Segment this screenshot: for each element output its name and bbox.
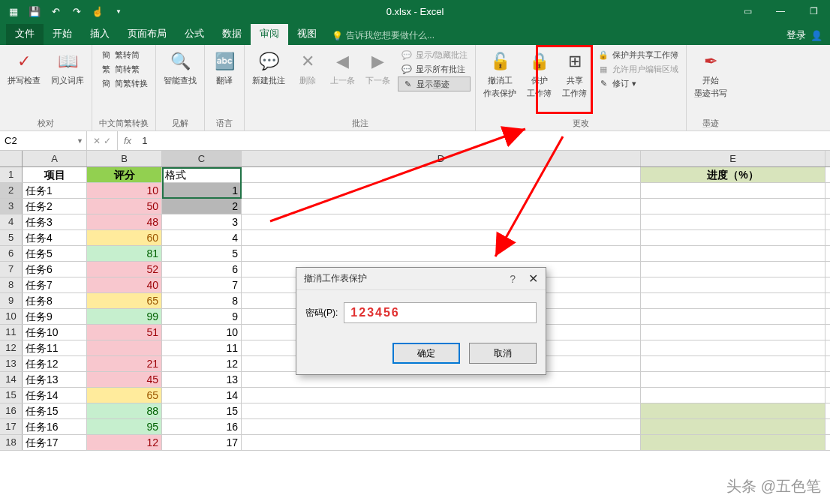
row-header[interactable]: 15 [0, 388, 23, 403]
track-changes-button[interactable]: ✎修订 ▾ [594, 76, 681, 90]
new-comment-button[interactable]: 💬新建批注 [249, 48, 288, 88]
close-icon[interactable]: ✕ [528, 272, 538, 286]
show-all-comments-button[interactable]: 💬显示所有批注 [398, 62, 471, 76]
cell[interactable]: 任务15 [23, 404, 87, 418]
cell[interactable]: 11 [162, 340, 242, 356]
cell[interactable]: 任务5 [23, 246, 87, 261]
cell[interactable] [641, 214, 825, 230]
cell[interactable]: 任务11 [23, 340, 87, 356]
col-header-A[interactable]: A [23, 151, 87, 166]
password-input[interactable]: 123456 [344, 302, 537, 323]
row-header[interactable]: 9 [0, 293, 23, 308]
row-header[interactable]: 14 [0, 372, 23, 387]
help-icon[interactable]: ? [510, 273, 516, 285]
minimize-icon[interactable]: — [764, 0, 797, 22]
cell[interactable]: 9 [162, 309, 242, 324]
cell[interactable]: 14 [162, 388, 242, 403]
cell[interactable]: 任务3 [23, 214, 87, 230]
cell[interactable] [242, 214, 641, 230]
cell[interactable]: 12 [87, 435, 162, 450]
row-header[interactable]: 6 [0, 246, 23, 261]
row-header[interactable]: 17 [0, 419, 23, 434]
cell[interactable]: 任务4 [23, 230, 87, 245]
cell[interactable] [641, 435, 825, 450]
menu-pagelayout[interactable]: 页面布局 [119, 24, 176, 45]
simp-to-trad-button[interactable]: 繁简转繁 [97, 62, 151, 76]
cell[interactable] [641, 293, 825, 308]
customize-qat-icon[interactable]: ▼ [113, 5, 125, 17]
delete-comment-button[interactable]: ✕删除 [293, 48, 323, 88]
menu-view[interactable]: 视图 [288, 24, 326, 45]
row-header[interactable]: 1 [0, 167, 23, 182]
cell[interactable] [87, 340, 162, 356]
col-header-C[interactable]: C [162, 151, 242, 166]
dialog-titlebar[interactable]: 撤消工作表保护 ? ✕ [296, 268, 546, 290]
menu-formulas[interactable]: 公式 [176, 24, 213, 45]
cell[interactable]: 8 [162, 293, 242, 308]
cell[interactable]: 15 [162, 404, 242, 418]
cell[interactable] [641, 230, 825, 245]
cell[interactable] [242, 167, 641, 182]
cell[interactable]: 65 [87, 293, 162, 308]
redo-icon[interactable]: ↷ [71, 5, 83, 17]
row-header[interactable]: 5 [0, 230, 23, 245]
start-ink-button[interactable]: ✒开始墨迹书写 [691, 48, 730, 100]
cell[interactable]: 10 [162, 325, 242, 340]
cell[interactable]: 60 [87, 230, 162, 245]
protect-workbook-button[interactable]: 🔒保护工作簿 [524, 48, 555, 100]
show-hide-comment-button[interactable]: 💬显示/隐藏批注 [398, 48, 471, 62]
row-header[interactable]: 2 [0, 183, 23, 198]
cell[interactable] [242, 199, 641, 214]
cell[interactable]: 40 [87, 278, 162, 292]
smart-lookup-button[interactable]: 🔍智能查找 [161, 48, 200, 88]
cell[interactable] [641, 419, 825, 434]
ok-button[interactable]: 确定 [392, 343, 460, 364]
show-ink-button[interactable]: ✎显示墨迹 [398, 76, 471, 92]
cell[interactable]: 进度（%） [641, 167, 825, 182]
cell[interactable]: 17 [162, 435, 242, 450]
cell[interactable]: 16 [162, 419, 242, 434]
cell[interactable]: 任务16 [23, 419, 87, 434]
row-header[interactable]: 8 [0, 278, 23, 292]
cell[interactable]: 95 [87, 419, 162, 434]
cell[interactable]: 5 [162, 246, 242, 261]
menu-data[interactable]: 数据 [213, 24, 251, 45]
cell[interactable] [641, 340, 825, 356]
trad-to-simp-button[interactable]: 簡繁转简 [97, 48, 151, 62]
cell[interactable] [242, 419, 641, 434]
cell[interactable]: 1 [162, 183, 242, 198]
touch-mode-icon[interactable]: ☝ [92, 5, 104, 17]
spellcheck-button[interactable]: ✓拼写检查 [5, 48, 44, 88]
select-all-corner[interactable] [0, 151, 23, 166]
cell[interactable] [242, 230, 641, 245]
cell[interactable]: 任务17 [23, 435, 87, 450]
row-header[interactable]: 13 [0, 356, 23, 371]
cell[interactable]: 99 [87, 309, 162, 324]
cell[interactable]: 50 [87, 199, 162, 214]
cell[interactable]: 45 [87, 372, 162, 387]
cell[interactable] [641, 199, 825, 214]
cell[interactable] [242, 388, 641, 403]
cell[interactable]: 任务8 [23, 293, 87, 308]
name-box[interactable]: C2▼ [0, 131, 87, 150]
cell[interactable]: 任务10 [23, 325, 87, 340]
undo-icon[interactable]: ↶ [50, 5, 62, 17]
cell[interactable] [641, 372, 825, 387]
cell[interactable]: 81 [87, 246, 162, 261]
row-header[interactable]: 18 [0, 435, 23, 450]
prev-comment-button[interactable]: ◀上一条 [327, 48, 358, 88]
cell[interactable]: 任务12 [23, 356, 87, 371]
thesaurus-button[interactable]: 📖同义词库 [48, 48, 87, 88]
cell[interactable]: 格式 [162, 167, 242, 182]
col-header-E[interactable]: E [641, 151, 825, 166]
cell[interactable]: 任务9 [23, 309, 87, 324]
cell[interactable] [641, 388, 825, 403]
cell[interactable]: 52 [87, 262, 162, 277]
cell[interactable] [641, 278, 825, 292]
cell[interactable]: 评分 [87, 167, 162, 182]
cell[interactable]: 6 [162, 262, 242, 277]
cell[interactable]: 任务13 [23, 372, 87, 387]
cell[interactable] [641, 356, 825, 371]
cell[interactable]: 任务2 [23, 199, 87, 214]
cell[interactable]: 2 [162, 199, 242, 214]
